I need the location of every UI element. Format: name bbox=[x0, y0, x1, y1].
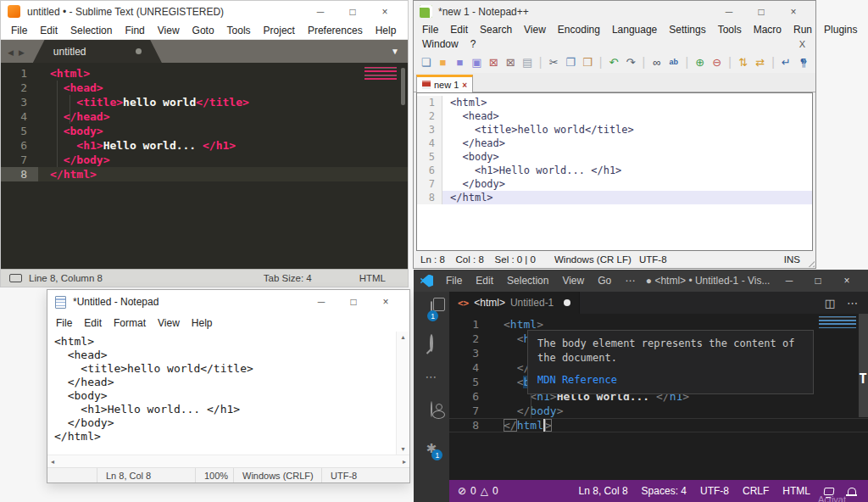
scrollbar[interactable] bbox=[859, 314, 868, 417]
notepad-titlebar[interactable]: *Untitled - Notepad ─ □ × bbox=[47, 290, 409, 314]
menu-item[interactable]: Macro bbox=[748, 23, 787, 36]
word-wrap-icon[interactable]: ↵ bbox=[779, 55, 793, 70]
account-icon[interactable] bbox=[431, 402, 432, 417]
eol-format[interactable]: CRLF bbox=[743, 485, 769, 497]
settings-gear-icon[interactable]: ✱ 1 bbox=[426, 441, 437, 456]
zoom-out-icon[interactable]: ⊖ bbox=[709, 55, 724, 70]
vscode-titlebar[interactable]: FileEditSelectionViewGo⋯ ● <html> • Unti… bbox=[414, 270, 868, 292]
sync-horizontal-icon[interactable]: ⇄ bbox=[753, 55, 767, 70]
redo-icon[interactable]: ↷ bbox=[623, 55, 637, 70]
menu-item[interactable]: File bbox=[417, 23, 443, 36]
scroll-up-icon[interactable]: ▴ bbox=[401, 333, 404, 341]
menu-item[interactable]: View bbox=[153, 316, 185, 330]
close-icon[interactable]: × bbox=[369, 6, 401, 18]
menu-item[interactable]: Encoding bbox=[553, 23, 605, 36]
explorer-icon[interactable]: 1 bbox=[431, 302, 432, 317]
menu-item[interactable]: Edit bbox=[445, 23, 473, 36]
menu-item[interactable]: Tools bbox=[713, 23, 747, 36]
menu-item[interactable]: Help bbox=[370, 24, 402, 37]
split-editor-icon[interactable]: ◫ bbox=[825, 297, 835, 310]
sublime-titlebar[interactable]: untitled • - Sublime Text (UNREGISTERED)… bbox=[1, 1, 408, 22]
scrollbar[interactable] bbox=[401, 68, 405, 105]
minimap[interactable] bbox=[364, 67, 397, 82]
close-icon[interactable]: ⊠ bbox=[487, 55, 501, 70]
language-mode[interactable]: HTML bbox=[782, 485, 810, 497]
maximize-icon[interactable]: □ bbox=[337, 6, 369, 18]
syntax-indicator[interactable]: HTML bbox=[359, 273, 386, 283]
maximize-icon[interactable]: □ bbox=[804, 275, 832, 287]
tab-forward-icon[interactable]: ▶ bbox=[19, 48, 25, 57]
menu-item[interactable]: Find bbox=[120, 24, 149, 37]
tab-close-icon[interactable]: × bbox=[462, 81, 467, 90]
menu-item[interactable]: Tools bbox=[222, 24, 256, 37]
scroll-right-icon[interactable]: ▸ bbox=[403, 458, 406, 466]
search-icon[interactable] bbox=[430, 336, 433, 351]
copy-icon[interactable]: ❐ bbox=[564, 55, 578, 70]
open-icon[interactable]: ■ bbox=[436, 55, 450, 70]
horizontal-scrollbar[interactable]: ◂ ▸ bbox=[47, 455, 409, 467]
close-icon[interactable]: × bbox=[777, 6, 810, 18]
toolbar-overflow-icon[interactable]: » bbox=[801, 55, 810, 67]
menu-item[interactable]: Edit bbox=[470, 274, 499, 287]
more-views-icon[interactable]: ⋯ bbox=[426, 370, 438, 383]
indentation[interactable]: Spaces: 4 bbox=[642, 485, 687, 497]
minimize-icon[interactable]: ─ bbox=[775, 275, 804, 287]
tab-untitled[interactable]: untitled bbox=[33, 40, 162, 63]
close-all-icon[interactable]: ⊠ bbox=[504, 55, 518, 70]
tab-untitled-1[interactable]: <> <html> Untitled-1 bbox=[449, 292, 580, 314]
paste-icon[interactable]: ❒ bbox=[581, 55, 595, 70]
cursor-position[interactable]: Ln 8, Col 8 bbox=[579, 485, 628, 497]
menu-item[interactable]: Selection bbox=[501, 274, 554, 287]
cut-icon[interactable]: ✂ bbox=[547, 55, 561, 70]
scroll-down-icon[interactable]: ▾ bbox=[401, 445, 404, 453]
menu-item[interactable]: ⋯ bbox=[619, 274, 641, 287]
menu-item[interactable]: Search bbox=[475, 23, 517, 36]
maximize-icon[interactable]: □ bbox=[745, 6, 777, 18]
tab-new-1[interactable]: new 1 × bbox=[416, 75, 473, 92]
tab-back-icon[interactable]: ◀ bbox=[8, 48, 14, 57]
close-icon[interactable]: × bbox=[370, 296, 402, 308]
tab-size-indicator[interactable]: Tab Size: 4 bbox=[264, 273, 312, 283]
menu-item[interactable]: File bbox=[6, 24, 32, 37]
minimize-icon[interactable]: ─ bbox=[305, 296, 337, 308]
menu-item[interactable]: ? bbox=[465, 37, 481, 51]
vscode-editor[interactable]: The body element represents the content … bbox=[449, 314, 868, 480]
mdn-reference-link[interactable]: MDN Reference bbox=[537, 373, 804, 388]
new-file-icon[interactable]: ❏ bbox=[419, 55, 433, 70]
menu-item[interactable]: View bbox=[519, 23, 551, 36]
problems-indicator[interactable]: ⊘ 0 △ 0 bbox=[458, 485, 498, 497]
menu-item[interactable]: Goto bbox=[187, 24, 220, 37]
sublime-editor[interactable]: 1<html>2 <head>3 <title>hello world</tit… bbox=[1, 63, 408, 269]
menu-item[interactable]: File bbox=[440, 274, 468, 287]
menu-item[interactable]: File bbox=[51, 316, 77, 330]
tab-overflow-icon[interactable]: ▼ bbox=[391, 47, 399, 56]
npp-editor[interactable]: 1<html>2 <head>3 <title>hello world</tit… bbox=[417, 93, 812, 250]
npp-titlebar[interactable]: *new 1 - Notepad++ ─ □ × bbox=[414, 1, 815, 22]
menu-item[interactable]: Format bbox=[108, 316, 151, 330]
menu-item[interactable]: Selection bbox=[65, 24, 117, 37]
menu-item[interactable]: View bbox=[153, 24, 185, 37]
minimize-icon[interactable]: ─ bbox=[304, 6, 337, 18]
vertical-scrollbar[interactable]: ▴ ▾ bbox=[396, 332, 409, 455]
menu-item[interactable]: Plugins bbox=[819, 23, 862, 36]
print-icon[interactable]: ▤ bbox=[520, 55, 535, 70]
notepad-editor[interactable]: <html> <head> <title>hello world</title>… bbox=[47, 332, 396, 455]
maximize-icon[interactable]: □ bbox=[337, 296, 370, 308]
encoding[interactable]: UTF-8 bbox=[700, 485, 729, 497]
menu-item[interactable]: Help bbox=[186, 316, 218, 330]
minimize-icon[interactable]: ─ bbox=[713, 6, 745, 18]
editor-more-icon[interactable]: ⋯ bbox=[847, 297, 858, 310]
menu-item[interactable]: Settings bbox=[664, 23, 710, 36]
menu-item[interactable]: Edit bbox=[79, 316, 107, 330]
menu-item[interactable]: Project bbox=[259, 24, 300, 37]
menu-item[interactable]: Language bbox=[607, 23, 662, 36]
vintage-mode-icon[interactable] bbox=[9, 274, 22, 282]
menu-item[interactable]: Window bbox=[417, 37, 464, 51]
menu-item[interactable]: Go bbox=[592, 274, 617, 287]
document-close-icon[interactable]: X bbox=[799, 39, 812, 49]
sync-vertical-icon[interactable]: ⇅ bbox=[736, 55, 750, 70]
replace-icon[interactable]: ab bbox=[666, 55, 681, 70]
find-icon[interactable]: ∞ bbox=[649, 55, 664, 70]
undo-icon[interactable]: ↶ bbox=[607, 55, 621, 70]
scroll-left-icon[interactable]: ◂ bbox=[51, 458, 54, 466]
